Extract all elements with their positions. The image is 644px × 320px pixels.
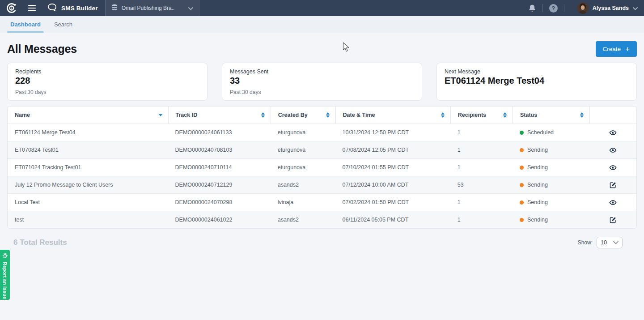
status-dot xyxy=(520,218,524,222)
cell-recipients: 1 xyxy=(450,199,513,205)
cell-track-id: DEMO0000240708103 xyxy=(168,147,271,153)
table-row[interactable]: ET061124 Merge Test04 DEMO0000024061133 … xyxy=(8,124,636,141)
status-badge: Sending xyxy=(527,199,548,205)
cell-status: Sending xyxy=(513,182,589,188)
hamburger-menu-icon[interactable] xyxy=(26,3,38,13)
stat-label: Recipients xyxy=(15,68,199,75)
view-icon[interactable] xyxy=(609,199,617,206)
sort-icon xyxy=(580,112,584,118)
cell-actions xyxy=(589,217,636,223)
column-header-actions xyxy=(589,107,636,124)
stat-value: 228 xyxy=(15,76,199,86)
cell-status: Sending xyxy=(513,147,589,153)
page-title: All Messages xyxy=(7,43,77,55)
table-footer: 6 Total Results Show: 10 xyxy=(7,237,637,248)
topbar-divider xyxy=(564,4,564,12)
cell-created-by: eturgunova xyxy=(271,129,335,136)
user-menu[interactable]: Alyssa Sands xyxy=(577,2,638,14)
stat-card-messages-sent: Messages Sent 33 Past 30 days xyxy=(222,63,422,101)
cell-created-by: eturgunova xyxy=(271,147,335,153)
database-icon xyxy=(111,4,118,13)
status-badge: Sending xyxy=(527,217,548,223)
table-row[interactable]: ET070824 Test01 DEMO0000240708103 eturgu… xyxy=(8,141,636,158)
column-header-status[interactable]: Status xyxy=(513,107,589,124)
status-dot xyxy=(520,131,524,135)
view-icon[interactable] xyxy=(609,146,617,154)
view-icon[interactable] xyxy=(609,164,617,171)
org-selector-dropdown[interactable]: Omail Publishing Bra... xyxy=(105,0,199,16)
cell-created-by: asands2 xyxy=(271,182,335,188)
column-header-created-by[interactable]: Created By xyxy=(271,107,335,124)
column-header-name[interactable]: Name xyxy=(8,107,168,124)
user-name: Alyssa Sands xyxy=(593,5,629,11)
app-brand: SMS Builder xyxy=(47,3,98,13)
table-row[interactable]: Local Test DEMO0000024070298 lvinaja 07/… xyxy=(8,193,636,211)
edit-icon[interactable] xyxy=(610,217,616,223)
app-logo-icon[interactable] xyxy=(5,2,17,14)
cell-recipients: 1 xyxy=(450,147,513,153)
cell-name: ET061124 Merge Test04 xyxy=(8,129,168,136)
column-header-date-time[interactable]: Date & Time xyxy=(335,107,450,124)
cell-actions xyxy=(589,129,636,137)
stat-sub: Past 30 days xyxy=(15,89,199,95)
status-badge: Sending xyxy=(527,164,548,171)
table-row[interactable]: test DEMO0000024061022 asands2 06/11/202… xyxy=(8,211,636,228)
stat-card-recipients: Recipients 228 Past 30 days xyxy=(7,63,208,101)
table-row[interactable]: ET071024 Tracking Test01 DEMO00002407101… xyxy=(8,158,636,176)
column-label: Created By xyxy=(278,112,308,118)
messages-table: Name Track ID Created By Date & Time Rec… xyxy=(7,106,637,229)
cell-recipients: 1 xyxy=(450,217,513,223)
stat-sub: Past 30 days xyxy=(230,89,414,95)
column-header-recipients[interactable]: Recipients xyxy=(450,107,513,124)
app-title: SMS Builder xyxy=(61,5,98,12)
status-dot xyxy=(520,183,524,187)
view-icon[interactable] xyxy=(609,129,617,137)
create-button[interactable]: Create + xyxy=(596,41,637,57)
stat-value: 33 xyxy=(230,76,414,86)
page-size-select[interactable]: 10 xyxy=(597,237,623,248)
report-issue-label: Report an Issue xyxy=(2,262,8,299)
cell-track-id: DEMO0000240710114 xyxy=(168,164,271,171)
cell-recipients: 1 xyxy=(450,164,513,171)
section-tabbar: Dashboard Search xyxy=(0,16,644,33)
stat-value: ET061124 Merge Test04 xyxy=(445,76,629,86)
column-label: Name xyxy=(15,112,30,118)
cell-status: Sending xyxy=(513,164,589,171)
cell-date-time: 06/11/2024 05:05 PM CDT xyxy=(335,217,450,223)
tab-dashboard[interactable]: Dashboard xyxy=(4,16,47,33)
user-avatar xyxy=(577,2,589,14)
stat-label: Next Message xyxy=(445,68,629,75)
column-header-track-id[interactable]: Track ID xyxy=(168,107,271,124)
edit-icon[interactable] xyxy=(610,182,616,188)
tab-search[interactable]: Search xyxy=(47,16,79,33)
cell-actions xyxy=(589,146,636,154)
cell-recipients: 53 xyxy=(450,182,513,188)
cell-created-by: asands2 xyxy=(271,217,335,223)
page-size-value: 10 xyxy=(601,239,607,246)
total-results: 6 Total Results xyxy=(13,238,67,247)
sort-icon xyxy=(261,112,265,118)
chevron-down-icon xyxy=(188,4,193,12)
cell-name: ET071024 Tracking Test01 xyxy=(8,164,168,171)
cell-status: Sending xyxy=(513,217,589,223)
table-row[interactable]: July 12 Promo Message to Client Users DE… xyxy=(8,176,636,193)
column-label: Status xyxy=(520,112,537,118)
cell-date-time: 10/31/2024 12:50 PM CDT xyxy=(335,129,450,136)
chevron-down-icon xyxy=(633,4,638,12)
cell-actions xyxy=(589,164,636,171)
cell-name: July 12 Promo Message to Client Users xyxy=(8,182,168,188)
stat-cards: Recipients 228 Past 30 days Messages Sen… xyxy=(7,63,637,101)
cell-track-id: DEMO0000024061022 xyxy=(168,217,271,223)
status-dot xyxy=(520,148,524,152)
cell-status: Sending xyxy=(513,199,589,205)
sort-icon xyxy=(441,112,445,118)
cell-track-id: DEMO0000240712129 xyxy=(168,182,271,188)
status-dot xyxy=(520,166,524,170)
notifications-bell-icon[interactable] xyxy=(528,4,536,13)
chat-bubble-icon xyxy=(47,3,57,13)
page-header-row: All Messages Create + xyxy=(7,41,637,57)
bug-icon xyxy=(2,252,8,260)
help-icon[interactable]: ? xyxy=(549,4,558,13)
topbar-divider xyxy=(542,4,543,12)
report-issue-tab[interactable]: Report an Issue xyxy=(0,250,10,300)
